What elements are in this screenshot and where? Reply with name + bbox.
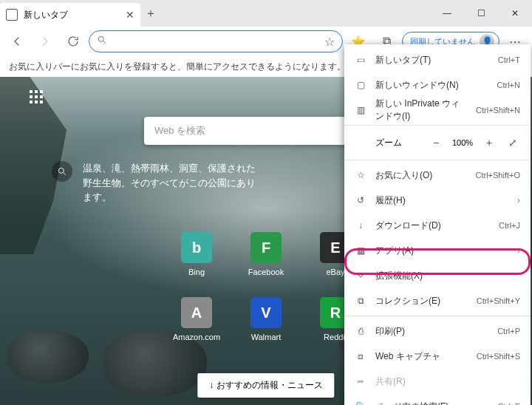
menu-item-inprivate[interactable]: ▥新しい InPrivate ウィンドウ(I)Ctrl+Shift+N xyxy=(344,98,531,123)
favbar-text: お気に入りバーにお気に入りを登録すると、簡単にアクセスできるようになります。 xyxy=(9,61,346,73)
menu-shortcut: Ctrl+Shift+N xyxy=(476,106,520,115)
favorite-star-icon[interactable]: ☆ xyxy=(324,35,335,49)
menu-shortcut: Ctrl+Shift+Y xyxy=(477,296,520,305)
quick-tile[interactable]: AAmazon.com xyxy=(167,297,226,341)
menu-item-share[interactable]: ➦共有(R) xyxy=(344,369,531,394)
menu-item-tab[interactable]: ▭新しいタブ(T)Ctrl+T xyxy=(344,47,531,72)
tile-icon: V xyxy=(250,297,282,328)
tab-title: 新しいタブ xyxy=(24,9,120,21)
print-icon: ⎙ xyxy=(355,326,366,336)
capture-icon: ⧈ xyxy=(355,351,366,361)
menu-item-print[interactable]: ⎙印刷(P)Ctrl+P xyxy=(344,319,531,344)
address-bar[interactable]: ☆ xyxy=(89,30,343,52)
tile-label: Amazon.com xyxy=(173,333,220,341)
svg-point-0 xyxy=(98,36,103,41)
share-icon: ➦ xyxy=(355,376,366,387)
back-button[interactable] xyxy=(4,30,30,53)
inprivate-icon: ▥ xyxy=(355,105,366,115)
refresh-button[interactable] xyxy=(61,30,86,53)
chevron-right-icon: › xyxy=(517,245,520,256)
window-minimize-button[interactable]: — xyxy=(430,0,464,27)
zoom-row: ズーム−100%+⤢ xyxy=(344,128,531,157)
menu-item-ext[interactable]: ✧拡張機能(X) xyxy=(344,263,531,288)
app-launcher-icon[interactable] xyxy=(30,90,43,103)
menu-item-star[interactable]: ☆お気に入り(O)Ctrl+Shift+O xyxy=(344,163,531,188)
window-close-button[interactable]: ✕ xyxy=(498,0,532,27)
menu-item-label: 履歴(H) xyxy=(375,194,508,207)
tab-page-icon xyxy=(6,9,18,21)
quick-tile[interactable]: VWalmart xyxy=(236,297,296,341)
zoom-value: 100% xyxy=(448,138,477,147)
menu-shortcut: Ctrl+P xyxy=(497,327,520,336)
menu-item-find[interactable]: 🔍ページ内の検索(F)Ctrl+F xyxy=(344,394,531,405)
menu-item-label: 新しい InPrivate ウィンドウ(I) xyxy=(375,98,467,123)
tab-icon: ▭ xyxy=(355,55,366,65)
menu-item-label: コレクション(E) xyxy=(375,295,468,307)
chevron-right-icon: › xyxy=(517,195,520,205)
menu-item-coll[interactable]: ⧉コレクション(E)Ctrl+Shift+Y xyxy=(344,288,531,313)
menu-item-label: 印刷(P) xyxy=(375,325,488,338)
menu-item-window[interactable]: ▢新しいウィンドウ(N)Ctrl+N xyxy=(344,72,531,98)
menu-item-label: ダウンロード(D) xyxy=(375,219,490,232)
menu-item-label: 新しいタブ(T) xyxy=(375,54,489,67)
fullscreen-button[interactable]: ⤢ xyxy=(501,137,525,149)
new-tab-button[interactable]: ＋ xyxy=(140,0,161,27)
menu-item-download[interactable]: ↓ダウンロード(D)Ctrl+J xyxy=(344,213,531,238)
tile-icon: A xyxy=(181,297,212,328)
menu-item-label: 共有(R) xyxy=(375,375,520,388)
tile-label: Facebook xyxy=(248,268,284,276)
menu-item-apps[interactable]: ▦アプリ(A)› xyxy=(344,238,531,263)
tile-label: Bing xyxy=(188,268,205,276)
menu-shortcut: Ctrl+Shift+O xyxy=(475,171,520,180)
search-placeholder: Web を検索 xyxy=(154,124,205,137)
apps-icon: ▦ xyxy=(355,245,366,256)
tile-label: eBay xyxy=(326,268,344,276)
menu-shortcut: Ctrl+F xyxy=(498,402,520,405)
quick-tile[interactable]: bBing xyxy=(167,232,226,276)
browser-tab[interactable]: 新しいタブ ✕ xyxy=(0,3,140,27)
tile-label: Walmart xyxy=(251,333,282,341)
quick-tile[interactable]: FFacebook xyxy=(236,232,296,276)
zoom-out-button[interactable]: − xyxy=(424,137,448,149)
find-icon: 🔍 xyxy=(355,401,366,405)
menu-item-capture[interactable]: ⧈Web キャプチャCtrl+Shift+S xyxy=(344,344,531,369)
tile-icon: F xyxy=(250,232,282,263)
menu-item-label: お気に入り(O) xyxy=(375,169,466,182)
download-icon: ↓ xyxy=(355,220,366,231)
window-maximize-button[interactable]: ☐ xyxy=(464,0,498,27)
search-icon xyxy=(97,35,107,48)
ext-icon: ✧ xyxy=(355,270,366,281)
svg-point-2 xyxy=(58,168,64,173)
forward-button[interactable] xyxy=(33,30,58,53)
menu-shortcut: Ctrl+Shift+S xyxy=(477,352,520,361)
star-icon: ☆ xyxy=(355,170,366,180)
menu-item-label: アプリ(A) xyxy=(375,245,508,257)
menu-item-label: ページ内の検索(F) xyxy=(375,401,489,406)
info-search-icon[interactable] xyxy=(52,161,72,182)
tab-close-icon[interactable]: ✕ xyxy=(126,9,134,21)
tile-icon: b xyxy=(181,232,212,263)
zoom-label: ズーム xyxy=(375,137,424,149)
menu-item-label: Web キャプチャ xyxy=(375,350,468,363)
window-icon: ▢ xyxy=(355,80,366,90)
menu-item-label: 拡張機能(X) xyxy=(375,270,520,282)
menu-shortcut: Ctrl+J xyxy=(499,221,520,230)
history-icon: ↺ xyxy=(355,195,366,205)
menu-item-history[interactable]: ↺履歴(H)› xyxy=(344,188,531,213)
news-button[interactable]: ↓ おすすめの情報・ニュース xyxy=(197,373,334,398)
zoom-in-button[interactable]: + xyxy=(477,137,501,149)
menu-shortcut: Ctrl+N xyxy=(497,81,520,89)
menu-item-label: 新しいウィンドウ(N) xyxy=(375,79,488,92)
info-blurb-text: 温泉、滝、熱帯雨林、洞窟、保護された野生生物。そのすべてがこの公園にあります。 xyxy=(83,161,259,205)
menu-shortcut: Ctrl+T xyxy=(498,55,520,64)
settings-menu: ▭新しいタブ(T)Ctrl+T▢新しいウィンドウ(N)Ctrl+N▥新しい In… xyxy=(344,44,531,405)
coll-icon: ⧉ xyxy=(355,296,366,306)
